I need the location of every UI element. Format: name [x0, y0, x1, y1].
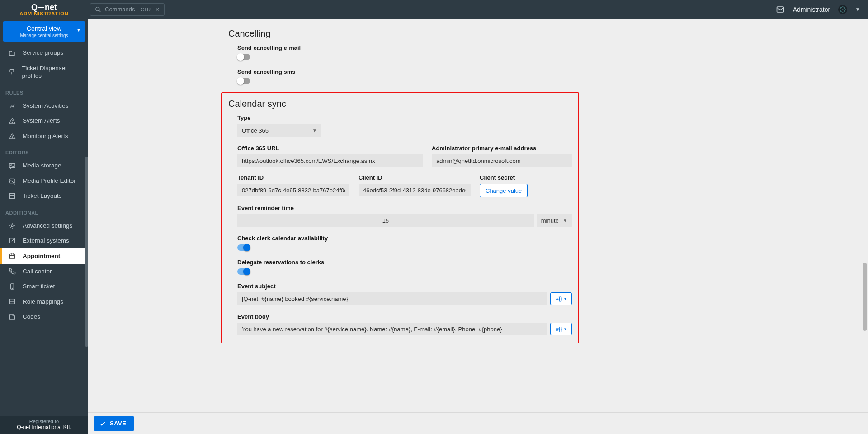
client-secret-label: Client secret — [480, 174, 534, 181]
sidebar-scroll-thumb[interactable] — [85, 157, 88, 347]
type-select[interactable]: Office 365 ▼ — [237, 124, 321, 137]
calendar-sync-highlight: Calendar sync Type Office 365 ▼ Office 3… — [221, 92, 579, 343]
sidebar-item-advanced-settings[interactable]: Advanced settings — [0, 218, 88, 234]
sidebar-item-system-activities[interactable]: System Activities — [0, 98, 88, 114]
chevron-down-icon: ▼ — [563, 218, 567, 223]
sidebar-heading-additional: ADDITIONAL — [0, 204, 88, 218]
sidebar-item-media-storage[interactable]: Media storage — [0, 158, 88, 173]
logo-text: Q — [31, 3, 38, 12]
event-body-input[interactable] — [237, 323, 547, 335]
phone-icon — [8, 267, 16, 275]
command-shortcut: CTRL+K — [141, 7, 160, 12]
admin-email-input[interactable] — [432, 154, 572, 167]
cancel-sms-toggle[interactable] — [237, 78, 250, 84]
delegate-reservations-toggle[interactable] — [237, 268, 250, 275]
admin-email-label: Administrator primary e-mail address — [432, 145, 572, 152]
change-secret-button[interactable]: Change value — [480, 184, 528, 197]
type-label: Type — [237, 114, 572, 121]
tenant-id-input[interactable] — [237, 184, 349, 196]
external-icon — [8, 237, 16, 244]
section-title-cancelling: Cancelling — [228, 29, 708, 39]
sidebar-item-media-profile-editor[interactable]: Media Profile Editor — [0, 173, 88, 189]
tenant-id-label: Tenant ID — [237, 174, 349, 181]
sidebar-item-external-systems[interactable]: External systems — [0, 233, 88, 248]
search-icon — [95, 6, 101, 13]
svg-point-9 — [11, 165, 12, 166]
layout-icon — [8, 192, 16, 200]
event-subject-input[interactable] — [237, 292, 547, 305]
save-button[interactable]: SAVE — [94, 416, 134, 431]
svg-line-1 — [99, 10, 101, 12]
logo-text: net — [45, 3, 57, 12]
sidebar-item-label: System Activities — [23, 102, 68, 110]
page-footer: SAVE — [88, 412, 868, 434]
section-title-calendar-sync: Calendar sync — [228, 99, 572, 109]
folder-icon — [8, 49, 16, 57]
gear-icon — [8, 222, 16, 229]
sidebar-item-monitoring-alerts[interactable]: Monitoring Alerts — [0, 129, 88, 144]
mobile-icon — [8, 283, 16, 290]
svg-point-7 — [12, 137, 12, 138]
event-body-label: Event body — [237, 313, 572, 320]
cancel-email-toggle[interactable] — [237, 54, 250, 60]
svg-rect-11 — [10, 194, 15, 199]
svg-point-0 — [96, 7, 99, 10]
chevron-down-icon: ▼ — [76, 28, 81, 33]
type-value: Office 365 — [242, 127, 269, 134]
chevron-down-icon: ▼ — [312, 128, 317, 133]
chevron-down-icon: ▾ — [564, 327, 566, 331]
body-placeholder-picker[interactable]: #{} ▾ — [550, 323, 572, 335]
sidebar-item-label: Call center — [23, 267, 52, 276]
app-logo: Qnet ADMINISTRATION — [0, 3, 88, 16]
sidebar-item-role-mappings[interactable]: Role mappings — [0, 294, 88, 310]
sidebar-item-label: Codes — [23, 313, 40, 321]
chevron-down-icon[interactable]: ▼ — [855, 7, 860, 12]
save-button-label: SAVE — [110, 420, 126, 427]
sidebar-footer: Registered to Q-net International Kft. — [0, 416, 88, 434]
svg-point-5 — [12, 122, 12, 123]
image-icon — [8, 177, 16, 185]
sidebar-item-label: Smart ticket — [23, 282, 55, 291]
client-id-label: Client ID — [359, 174, 471, 181]
alert-icon — [8, 133, 16, 140]
content-scroll-thumb[interactable] — [863, 263, 867, 331]
sidebar-item-smart-ticket[interactable]: Smart ticket — [0, 279, 88, 294]
sidebar-item-service-groups[interactable]: Service groups — [0, 45, 88, 61]
logo-dash-icon — [38, 7, 44, 8]
sidebar-item-label: Media storage — [23, 162, 61, 170]
event-subject-label: Event subject — [237, 283, 572, 290]
sidebar-item-call-center[interactable]: Call center — [0, 264, 88, 279]
client-id-input[interactable] — [359, 184, 471, 196]
content-scrollbar[interactable] — [863, 19, 867, 412]
view-switch[interactable]: Central view Manage central settings ▼ — [3, 21, 85, 42]
avatar[interactable] — [838, 5, 847, 14]
content-area: Cancelling Send cancelling e-mail Send c… — [88, 19, 868, 434]
sidebar-item-ticket-layouts[interactable]: Ticket Layouts — [0, 188, 88, 204]
delegate-reservations-label: Delegate reservations to clerks — [237, 259, 572, 266]
sidebar-heading-rules: RULES — [0, 84, 88, 98]
sidebar-item-system-alerts[interactable]: System Alerts — [0, 113, 88, 129]
sidebar: Central view Manage central settings ▼ S… — [0, 19, 88, 434]
placeholder-picker-label: #{} — [556, 326, 562, 332]
office-url-input[interactable] — [237, 154, 423, 167]
check-availability-toggle[interactable] — [237, 244, 250, 251]
reminder-unit-select[interactable]: minute ▼ — [537, 214, 572, 227]
image-icon — [8, 162, 16, 169]
mail-icon[interactable] — [776, 5, 785, 14]
placeholder-picker-label: #{} — [556, 296, 562, 302]
sidebar-item-dispenser-profiles[interactable]: Ticket Dispenser profiles — [0, 61, 88, 84]
roles-icon — [8, 298, 16, 305]
subject-placeholder-picker[interactable]: #{} ▾ — [550, 292, 572, 305]
reminder-unit-value: minute — [541, 217, 559, 224]
sidebar-scrollbar[interactable] — [85, 66, 88, 411]
sidebar-item-label: Role mappings — [23, 298, 63, 306]
sidebar-item-label: External systems — [23, 237, 69, 245]
sidebar-heading-editors: EDITORS — [0, 143, 88, 158]
reminder-value-input[interactable] — [237, 214, 534, 227]
sidebar-item-appointment[interactable]: Appointment — [0, 248, 88, 264]
sidebar-item-codes[interactable]: Codes — [0, 309, 88, 324]
logo-subtitle: ADMINISTRATION — [0, 11, 88, 16]
check-icon — [99, 420, 106, 427]
command-search[interactable]: Commands CTRL+K — [90, 3, 165, 16]
sidebar-item-label: Monitoring Alerts — [23, 132, 68, 140]
